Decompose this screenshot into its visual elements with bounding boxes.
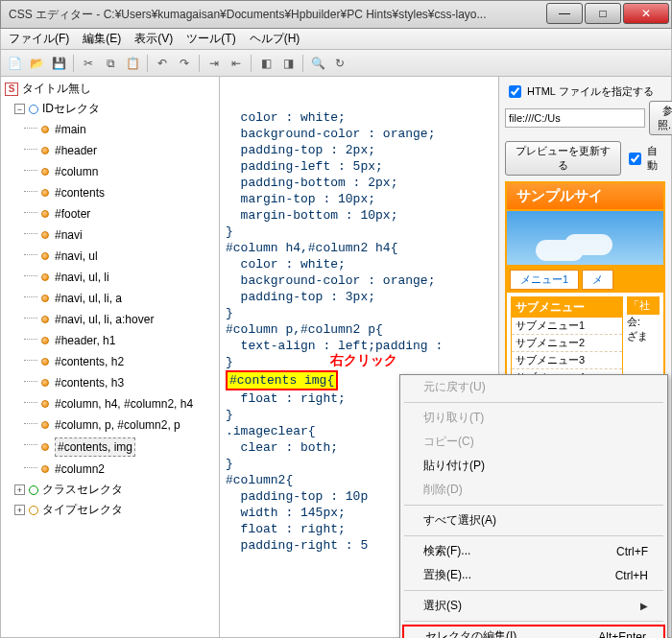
new-icon[interactable]: 📄 [5,54,24,73]
copy-icon[interactable]: ⧉ [101,54,120,73]
refresh-icon[interactable]: ↻ [330,54,349,73]
preview-menu1: メニュー1 [510,270,579,290]
tree-root[interactable]: S タイトル無し [1,79,219,99]
preview-image [507,209,663,267]
selector-icon [41,210,49,218]
ctx-select-submenu[interactable]: 選択(S)▶ [400,594,667,618]
tool1-icon[interactable]: ◧ [256,54,276,73]
outdent-icon[interactable]: ⇤ [227,54,246,73]
expand-icon[interactable]: + [14,505,25,515]
menu-tool[interactable]: ツール(T) [182,29,239,49]
tree-item[interactable]: #column [1,161,219,182]
preview-menustrip: メニュー1 メ [507,267,663,293]
browse-button[interactable]: 参照... [649,101,672,135]
selector-icon [41,189,49,197]
auto-check[interactable] [629,153,641,165]
ctx-cut[interactable]: 切り取り(T) [400,406,667,430]
tree-item-label: #navi, ul, li [55,269,109,286]
redo-icon[interactable]: ↷ [175,54,194,73]
tree-item[interactable]: #navi, ul [1,246,219,267]
find-icon[interactable]: 🔍 [308,54,327,73]
tree-group-id[interactable]: − IDセレクタ [1,99,219,119]
editor-line: } [226,224,492,240]
preview-submenu-header: サブメニュー [512,297,622,318]
selector-icon [41,126,49,133]
tree-item[interactable]: #contents, h2 [1,351,219,372]
menu-view[interactable]: 表示(V) [131,29,177,49]
chevron-right-icon: ▶ [640,601,648,611]
tree-item[interactable]: #navi, ul, li [1,267,219,288]
preview-r-header: 「社 [627,296,660,315]
auto-checkbox[interactable]: 自動 [625,144,665,173]
tree-item[interactable]: #column, p, #column2, p [1,414,219,436]
tree-item[interactable]: #navi, ul, li, a:hover [1,309,219,330]
editor-line: padding-top : 2px; [226,142,492,158]
maximize-button[interactable]: □ [585,3,621,24]
tree-item[interactable]: #contents [1,182,219,203]
menu-help[interactable]: ヘルプ(H) [246,29,304,49]
specify-html-label: HTML ファイルを指定する [527,84,654,99]
tree-group-class[interactable]: + クラスセレクタ [1,480,219,500]
specify-html-checkbox[interactable]: HTML ファイルを指定する [505,83,665,101]
type-selector-icon [29,506,38,515]
tree-item[interactable]: #header, h1 [1,330,219,351]
tree-group-type-label: タイプセレクタ [42,502,123,518]
tree-item[interactable]: #footer [1,203,219,224]
tree-item-label: #contents [55,184,105,201]
tree-item[interactable]: #navi [1,224,219,246]
editor-line: color : white; [226,109,492,126]
menubar: ファイル(F) 編集(E) 表示(V) ツール(T) ヘルプ(H) [0,29,672,50]
editor-line: padding-top : 3px; [226,289,492,305]
selector-icon [41,273,49,281]
open-icon[interactable]: 📂 [27,54,46,73]
collapse-icon[interactable]: − [14,104,25,114]
preview-menu2: メ [582,270,613,290]
tree-item[interactable]: #header [1,140,219,161]
tree-item[interactable]: #contents, img [1,436,219,459]
tree-item-label: #header, h1 [55,332,115,349]
html-url-input[interactable] [505,108,645,128]
refresh-preview-button[interactable]: プレビューを更新する [505,141,621,176]
menu-file[interactable]: ファイル(F) [5,29,73,49]
ctx-paste[interactable]: 貼り付け(P) [400,454,667,478]
expand-icon[interactable]: + [14,484,25,495]
selector-icon [41,316,49,323]
tree-item-label: #column, h4, #column2, h4 [55,395,193,413]
specify-html-check[interactable] [509,85,521,98]
tree-item-label: #column [55,163,98,180]
tree-item[interactable]: #column2 [1,459,219,480]
ctx-undo[interactable]: 元に戻す(U) [400,375,667,399]
window-buttons: — □ ✕ [546,1,671,28]
minimize-button[interactable]: — [546,3,583,24]
cut-icon[interactable]: ✂ [79,54,98,73]
stylesheet-icon: S [5,83,18,96]
ctx-select-all[interactable]: すべて選択(A) [400,508,667,532]
ctx-find[interactable]: 検索(F)...Ctrl+F [400,539,667,563]
id-selector-icon [29,105,38,114]
tree-item[interactable]: #contents, h3 [1,372,219,393]
preview-r-text1: 会: [627,315,660,329]
tree-item-label: #column, p, #column2, p [55,416,180,434]
tool2-icon[interactable]: ◨ [278,54,298,73]
menu-edit[interactable]: 編集(E) [79,29,125,49]
preview-submenu-item: サブメニュー3 [512,352,622,369]
tree-item-label: #navi [55,226,83,244]
context-menu: 元に戻す(U) 切り取り(T) コピー(C) 貼り付け(P) 削除(D) すべて… [399,374,668,638]
indent-icon[interactable]: ⇥ [204,54,224,73]
tree-root-label: タイトル無し [22,81,91,97]
ctx-replace[interactable]: 置換(E)...Ctrl+H [400,563,667,587]
ctx-delete[interactable]: 削除(D) [400,478,667,502]
ctx-copy[interactable]: コピー(C) [400,430,667,454]
tree-item[interactable]: #navi, ul, li, a [1,288,219,309]
tree-item[interactable]: #main [1,119,219,140]
editor-line: #column h4,#column2 h4{ [226,240,492,256]
save-icon[interactable]: 💾 [49,54,68,73]
tree-group-class-label: クラスセレクタ [42,482,123,498]
undo-icon[interactable]: ↶ [153,54,172,73]
tree-item[interactable]: #column, h4, #column2, h4 [1,393,219,414]
ctx-edit-selector[interactable]: セレクタの編集(I)...Alt+Enter [402,625,665,638]
tree-group-type[interactable]: + タイプセレクタ [1,500,219,520]
close-button[interactable]: ✕ [623,3,669,24]
paste-icon[interactable]: 📋 [123,54,142,73]
selector-icon [41,147,49,154]
